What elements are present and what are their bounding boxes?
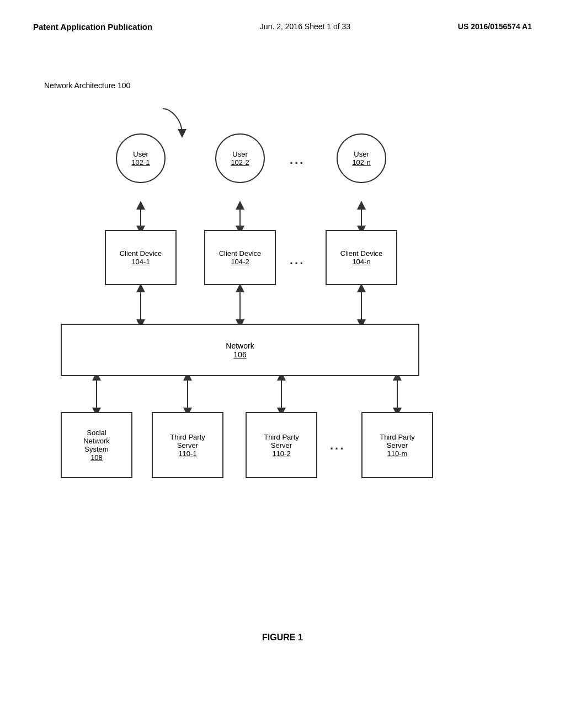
user-n-ref: 102-n bbox=[352, 158, 370, 167]
social-network-label: Social Network System bbox=[83, 429, 110, 453]
diagram-area: Network Architecture 100 User 102-1 User… bbox=[0, 48, 565, 627]
third-party-server-1-label: Third Party Server bbox=[170, 433, 205, 449]
client-1-box: Client Device 104-1 bbox=[105, 230, 177, 285]
client-1-ref: 104-1 bbox=[131, 258, 150, 266]
social-network-box: Social Network System 108 bbox=[61, 412, 132, 478]
social-network-ref: 108 bbox=[90, 453, 103, 462]
third-party-server-1-ref: 110-1 bbox=[178, 449, 196, 458]
server-dots: ... bbox=[330, 438, 345, 453]
header-date-sheet: Jun. 2, 2016 Sheet 1 of 33 bbox=[260, 22, 350, 31]
client-n-ref: 104-n bbox=[352, 258, 370, 266]
user-2-circle: User 102-2 bbox=[215, 133, 265, 183]
user-1-circle: User 102-1 bbox=[116, 133, 166, 183]
client-2-box: Client Device 104-2 bbox=[204, 230, 276, 285]
third-party-server-2-box: Third Party Server 110-2 bbox=[246, 412, 317, 478]
user-1-ref: 102-1 bbox=[131, 158, 150, 167]
user-dots: ... bbox=[290, 153, 305, 167]
arch-label: Network Architecture 100 bbox=[44, 81, 130, 90]
client-n-box: Client Device 104-n bbox=[326, 230, 397, 285]
client-dots: ... bbox=[290, 253, 305, 267]
network-box: Network 106 bbox=[61, 324, 419, 376]
user-2-ref: 102-2 bbox=[231, 158, 249, 167]
network-label: Network bbox=[226, 341, 254, 350]
user-2-label: User bbox=[232, 150, 247, 158]
client-n-label: Client Device bbox=[340, 249, 383, 258]
client-2-label: Client Device bbox=[219, 249, 262, 258]
third-party-server-1-box: Third Party Server 110-1 bbox=[152, 412, 223, 478]
third-party-server-m-ref: 110-m bbox=[387, 449, 408, 458]
client-1-label: Client Device bbox=[120, 249, 162, 258]
third-party-server-m-label: Third Party Server bbox=[380, 433, 415, 449]
network-ref: 106 bbox=[233, 350, 246, 359]
user-n-label: User bbox=[354, 150, 369, 158]
third-party-server-2-label: Third Party Server bbox=[264, 433, 299, 449]
third-party-server-m-box: Third Party Server 110-m bbox=[361, 412, 433, 478]
client-2-ref: 104-2 bbox=[231, 258, 249, 266]
third-party-server-2-ref: 110-2 bbox=[272, 449, 290, 458]
header-patent-number: US 2016/0156574 A1 bbox=[458, 22, 532, 31]
user-n-circle: User 102-n bbox=[337, 133, 386, 183]
header-publication-type: Patent Application Publication bbox=[33, 22, 152, 31]
user-1-label: User bbox=[133, 150, 148, 158]
figure-caption: FIGURE 1 bbox=[0, 633, 565, 665]
page-header: Patent Application Publication Jun. 2, 2… bbox=[0, 0, 565, 42]
